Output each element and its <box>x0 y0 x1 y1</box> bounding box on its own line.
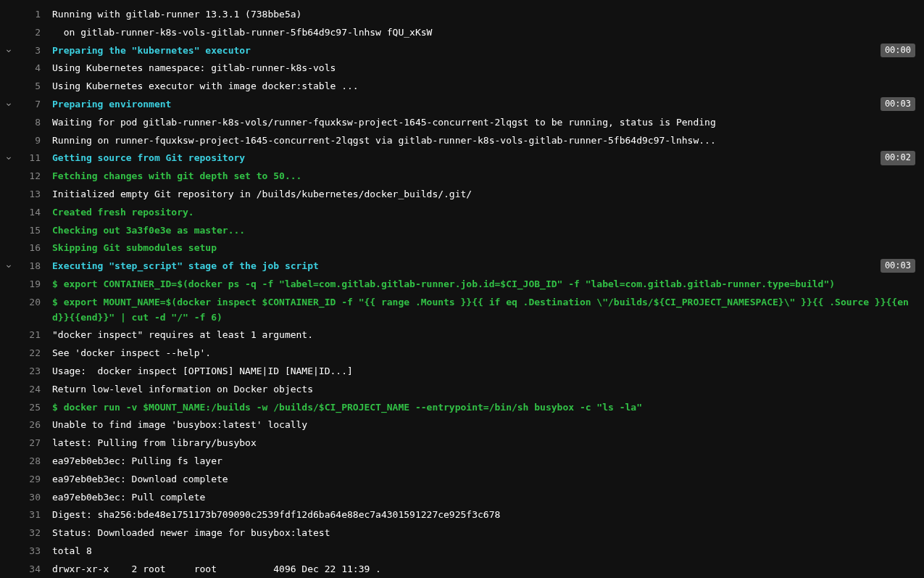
line-number[interactable]: 30 <box>17 490 46 505</box>
line-number[interactable]: 21 <box>17 328 46 343</box>
line-number[interactable]: 23 <box>17 364 46 379</box>
line-number[interactable]: 26 <box>17 418 46 433</box>
toggle-column <box>0 454 17 455</box>
toggle-column[interactable] <box>0 97 17 107</box>
log-section-header[interactable]: 7Preparing environment00:03 <box>0 96 924 114</box>
line-content: Created fresh repository. <box>46 205 924 220</box>
line-number[interactable]: 3 <box>17 44 46 59</box>
log-line: 13Initialized empty Git repository in /b… <box>0 186 924 204</box>
line-content: Using Kubernetes executor with image doc… <box>46 79 924 94</box>
line-content: latest: Pulling from library/busybox <box>46 436 924 451</box>
line-number[interactable]: 32 <box>17 526 46 541</box>
line-content: $ export MOUNT_NAME=$(docker inspect $CO… <box>46 295 924 326</box>
toggle-column <box>0 115 17 117</box>
chevron-down-icon[interactable] <box>4 152 13 161</box>
line-number[interactable]: 18 <box>17 259 46 274</box>
line-number[interactable]: 27 <box>17 436 46 451</box>
log-line: 23Usage: docker inspect [OPTIONS] NAME|I… <box>0 363 924 381</box>
log-line: 1Running with gitlab-runner 13.3.1 (738b… <box>0 6 924 24</box>
line-number[interactable]: 1 <box>17 7 46 22</box>
line-content: Executing "step_script" stage of the job… <box>46 259 924 274</box>
line-content: Return low-level information on Docker o… <box>46 382 924 397</box>
toggle-column <box>0 169 17 170</box>
toggle-column[interactable] <box>0 151 17 161</box>
chevron-down-icon[interactable] <box>4 45 13 54</box>
line-content: See 'docker inspect --help'. <box>46 346 924 361</box>
toggle-column[interactable] <box>0 259 17 269</box>
log-line: 26Unable to find image 'busybox:latest' … <box>0 416 924 434</box>
line-number[interactable]: 14 <box>17 205 46 220</box>
line-content: Status: Downloaded newer image for busyb… <box>46 526 924 541</box>
line-content: Preparing the "kubernetes" executor <box>46 44 924 59</box>
log-line: 8Waiting for pod gitlab-runner-k8s-vols/… <box>0 114 924 132</box>
log-line: 32Status: Downloaded newer image for bus… <box>0 524 924 542</box>
toggle-column[interactable] <box>0 44 17 54</box>
line-number[interactable]: 25 <box>17 400 46 416</box>
log-line: 29ea97eb0eb3ec: Download complete <box>0 471 924 489</box>
line-content: Initialized empty Git repository in /bui… <box>46 187 924 202</box>
line-content: Preparing environment <box>46 97 924 112</box>
line-number[interactable]: 7 <box>17 97 46 112</box>
toggle-column <box>0 79 17 80</box>
chevron-down-icon[interactable] <box>4 99 13 107</box>
line-content: total 8 <box>46 544 924 559</box>
log-line: 24Return low-level information on Docker… <box>0 381 924 399</box>
log-line: 14Created fresh repository. <box>0 204 924 222</box>
log-section-header[interactable]: 18Executing "step_script" stage of the j… <box>0 257 924 276</box>
line-content: ea97eb0eb3ec: Pull complete <box>46 490 924 505</box>
line-number[interactable]: 22 <box>17 346 46 361</box>
line-number[interactable]: 4 <box>17 61 46 76</box>
toggle-column <box>0 25 17 27</box>
toggle-column <box>0 436 17 437</box>
line-content: ea97eb0eb3ec: Download complete <box>46 472 924 487</box>
toggle-column <box>0 418 17 419</box>
log-section-header[interactable]: 3Preparing the "kubernetes" executor00:0… <box>0 42 924 60</box>
line-number[interactable]: 13 <box>17 187 46 202</box>
line-number[interactable]: 12 <box>17 169 46 184</box>
log-line: 9Running on runner-fquxksw-project-1645-… <box>0 132 924 150</box>
line-number[interactable]: 19 <box>17 277 46 292</box>
log-line: 30ea97eb0eb3ec: Pull complete <box>0 489 924 507</box>
toggle-column <box>0 382 17 384</box>
log-line: 25$ docker run -v $MOUNT_NAME:/builds -w… <box>0 399 924 417</box>
section-duration-badge: 00:03 <box>881 259 915 273</box>
section-duration-badge: 00:00 <box>881 44 915 57</box>
line-number[interactable]: 20 <box>17 295 46 310</box>
line-number[interactable]: 16 <box>17 241 46 256</box>
toggle-column <box>0 133 17 135</box>
line-content: ea97eb0eb3ec: Pulling fs layer <box>46 454 924 469</box>
line-number[interactable]: 28 <box>17 454 46 469</box>
log-section-header[interactable]: 11Getting source from Git repository00:0… <box>0 149 924 168</box>
toggle-column <box>0 223 17 225</box>
line-number[interactable]: 29 <box>17 472 46 487</box>
toggle-column <box>0 187 17 189</box>
line-number[interactable]: 33 <box>17 544 46 559</box>
toggle-column <box>0 508 17 509</box>
section-duration-badge: 00:02 <box>881 151 915 165</box>
toggle-column <box>0 346 17 347</box>
line-content: Skipping Git submodules setup <box>46 241 924 256</box>
toggle-column <box>0 205 17 207</box>
line-content: "docker inspect" requires at least 1 arg… <box>46 328 924 343</box>
line-content: Usage: docker inspect [OPTIONS] NAME|ID … <box>46 364 924 379</box>
toggle-column <box>0 7 17 9</box>
log-line: 20$ export MOUNT_NAME=$(docker inspect $… <box>0 294 924 327</box>
log-line: 21"docker inspect" requires at least 1 a… <box>0 326 924 344</box>
line-number[interactable]: 34 <box>17 562 46 577</box>
toggle-column <box>0 544 17 545</box>
line-number[interactable]: 5 <box>17 79 46 94</box>
toggle-column <box>0 472 17 474</box>
line-content: on gitlab-runner-k8s-vols-gitlab-runner-… <box>46 25 924 41</box>
line-number[interactable]: 2 <box>17 25 46 41</box>
line-number[interactable]: 24 <box>17 382 46 397</box>
log-line: 28ea97eb0eb3ec: Pulling fs layer <box>0 453 924 471</box>
chevron-down-icon[interactable] <box>4 260 13 269</box>
line-number[interactable]: 31 <box>17 508 46 523</box>
line-number[interactable]: 8 <box>17 115 46 131</box>
line-content: Getting source from Git repository <box>46 151 924 166</box>
line-content: Checking out 3a3f0e3e as master... <box>46 223 924 239</box>
line-content: Using Kubernetes namespace: gitlab-runne… <box>46 61 924 76</box>
line-number[interactable]: 9 <box>17 133 46 149</box>
line-number[interactable]: 11 <box>17 151 46 166</box>
line-number[interactable]: 15 <box>17 223 46 239</box>
